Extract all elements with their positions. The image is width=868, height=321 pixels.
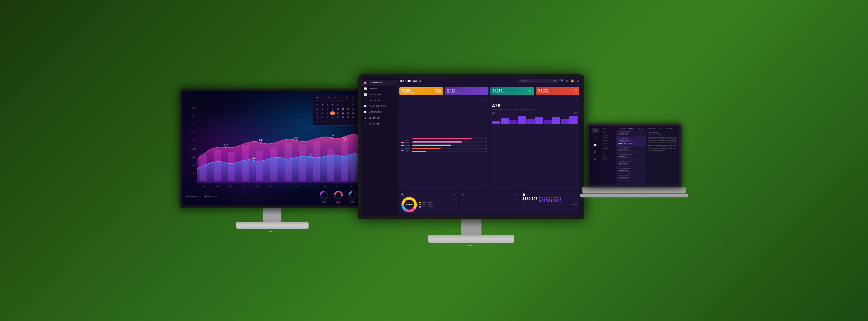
calendar-header: mo tu we th fr sa su (315, 97, 356, 98)
topbar-gear-icon[interactable]: ⚙ (577, 79, 579, 83)
bar-row-tempor: 40 (412, 148, 487, 149)
chart-actions-4: + × (513, 193, 517, 196)
big-number-sub: LOREM IPSUM DOLOR SIT AMET CONSECTETUR A… (492, 109, 578, 110)
svg-text:2.0k: 2.0k (309, 153, 313, 155)
cal-week-53: 53 1 2 3 4 5 6 — (315, 120, 356, 123)
support-icon: ❓ (364, 122, 367, 125)
sidebar-item-settings[interactable]: ⚙ SETTINGS (361, 115, 397, 121)
email-preview-2: Reprehenderit in voluptate... (618, 150, 644, 151)
cal-day-tu: tu (320, 97, 326, 98)
email-item-3[interactable]: From: Michael OenDjos Lorem ipsum... Exc… (616, 153, 646, 160)
chart-dollar-header: 📄 + × (522, 193, 578, 196)
topbar-mail-icon[interactable]: ✉ (566, 79, 568, 83)
groups-header: GROUPS (601, 148, 616, 150)
tab-sent[interactable]: SENT (657, 127, 663, 130)
email-subject-5: Re: Lorem ipsum... (618, 169, 644, 171)
laptop-inbox-icon[interactable]: ✉ (592, 135, 599, 140)
tab-settings[interactable]: SETTINGS (664, 127, 674, 130)
grouped-x-labels: 1 2 3 4 5 6 (462, 211, 517, 212)
laptop-nav-important[interactable]: IMPORTANT (601, 139, 616, 142)
stat-sublabel-4: TEMPOR INCIDID (538, 92, 573, 94)
tab-inbox[interactable]: INBOX (628, 127, 635, 130)
laptop-compose-icon[interactable]: ✎ (592, 128, 599, 133)
plus-icon-3[interactable]: + (453, 193, 454, 196)
calendar-icon: 🗓 (364, 99, 367, 102)
laptop-grid-icon[interactable]: ⊞ (592, 150, 599, 155)
sidebar-item-support[interactable]: ❓ SUPPORT (361, 121, 397, 127)
sidebar-label-stats: STATISTICK (369, 93, 381, 96)
laptop-nav-sidebar: INBOX DRAFTS STARRED OUTBOX IMPORTANT TR… (601, 126, 616, 185)
sidebar-item-calendar[interactable]: 🗓 CALENDAR ▾ (361, 97, 397, 103)
email-subject-2: Duis aute irure... (618, 149, 644, 150)
topbar-bell-icon[interactable]: 🔔 (571, 79, 574, 83)
tab-compose[interactable]: COMPOSE (617, 127, 627, 130)
laptop-nav-trash[interactable]: TRASH (601, 142, 616, 145)
email-item-6[interactable]: From: Alex Diloo Meeting tomorrow Nam li… (616, 174, 646, 181)
svg-point-36 (296, 139, 297, 141)
close-icon-5[interactable]: × (576, 193, 578, 196)
laptop-screen-frame: ✎ ✉ 🕐 ⊞ ⚙ INBOX DRAFTS STARRED OUTBOX IM… (587, 124, 682, 187)
page-title: DASHBOARD (400, 79, 421, 83)
email-item-2[interactable]: From: Ann Proffiling Duis aute irure... … (616, 146, 646, 153)
group-yeo[interactable]: Yeo (601, 155, 616, 157)
sidebar-item-dashboard[interactable]: 🏠 DASHBOARD (361, 80, 397, 86)
email-from-3: From: Michael OenDjos (618, 154, 644, 155)
chart-donut-header: 🔍 + × (401, 193, 456, 196)
email-subject-1: Lorem ipsum dolor sit... (618, 139, 644, 141)
cal-day-th: th (333, 97, 338, 98)
plus-icon-2[interactable]: + (574, 99, 575, 101)
svg-point-38 (310, 156, 311, 158)
tab-important[interactable]: IMPORTANT (646, 127, 656, 130)
group-checktoe[interactable]: Checktoe (601, 157, 616, 160)
group-nico[interactable]: Nico (601, 153, 616, 155)
plus-icon[interactable]: + (483, 99, 484, 101)
bar-val-2: 3768 (574, 112, 578, 114)
stat-sublabel-2: ADIPISCING ELIT (447, 92, 480, 94)
cal-week-51: 51 17 18 19 20 21 22 23 (315, 111, 356, 115)
sidebar-item-charts[interactable]: 📊 CHARTS ▾ (361, 86, 397, 92)
laptop-clock-icon[interactable]: 🕐 (592, 142, 599, 148)
search-bar[interactable]: SEARCH... 🔍 (518, 79, 559, 83)
email-meta: 12/9/22, NEXT UPDATED (648, 134, 678, 135)
laptop-nav-drafts[interactable]: DRAFTS (601, 131, 616, 134)
doc-icon: 📄 (522, 193, 525, 196)
donut-content: +24500 $31300 $9500 (401, 197, 456, 213)
legend-tempor: TEMPOR (401, 148, 410, 149)
sidebar-item-statistick[interactable]: 📈 STATISTICK ▾ (361, 92, 397, 97)
hbars-bars: 85 70 55 (412, 138, 487, 153)
bar-row-aliqua: 20 (412, 151, 487, 152)
laptop-settings-icon[interactable]: ⚙ (592, 157, 599, 162)
svg-text:3.2k: 3.2k (330, 134, 334, 136)
email-item-4[interactable]: From: Bank Gunk RGS#7 Important notice S… (616, 160, 646, 167)
chart-card-dollar-dots: 📄 + × $180,347 (521, 192, 579, 214)
email-subject-3: Lorem ipsum... (618, 155, 644, 157)
topbar-search-icon[interactable]: 🔍 (561, 79, 564, 83)
plus-icon-5[interactable]: + (574, 193, 575, 196)
laptop-nav-outbox[interactable]: OUTBOX (601, 136, 616, 139)
cal-day-su: su (350, 97, 356, 98)
email-from-6: From: Alex Diloo (618, 175, 644, 176)
arrow-icon-3: ▾ (394, 99, 395, 101)
sidebar-item-sample-pages[interactable]: 💬 SAMPLE PAGES ▾ (361, 103, 397, 109)
donut-group: 25% 55% (319, 190, 358, 203)
donut-label-20: 20% (351, 201, 355, 203)
chart-actions-3: + × (453, 193, 456, 196)
laptop-nav-starred[interactable]: STARRED (601, 134, 616, 136)
email-item-5[interactable]: From: Ann Proffiling Re: Lorem ipsum... … (616, 167, 646, 174)
stat-value-1: 98,5% (402, 89, 432, 92)
close-icon-2[interactable]: × (576, 99, 578, 101)
email-item-0[interactable]: From: Ann Proffiling Lorem ipsum dolor..… (616, 130, 646, 137)
close-icon[interactable]: × (485, 99, 487, 101)
dot-grid (539, 197, 561, 202)
close-icon-3[interactable]: × (455, 193, 456, 196)
laptop-nav-header: INBOX (601, 127, 616, 130)
calendar-overlay: mo tu we th fr sa su 48 26 27 28 29 30 1 (313, 95, 358, 126)
group-team[interactable]: Team (601, 151, 616, 153)
plus-icon-4[interactable]: + (513, 193, 515, 196)
close-icon-4[interactable]: × (516, 193, 517, 196)
tab-starred[interactable]: STARRED (636, 127, 645, 130)
email-item-1[interactable]: From: Rebecca Ali Lorem ipsum dolor sit.… (616, 137, 646, 146)
bar-labels: 576 3768 (492, 112, 578, 114)
svg-text:2.1k: 2.1k (252, 156, 256, 159)
sidebar-item-messages[interactable]: 💬 MESSAGES ▾ (361, 109, 397, 115)
